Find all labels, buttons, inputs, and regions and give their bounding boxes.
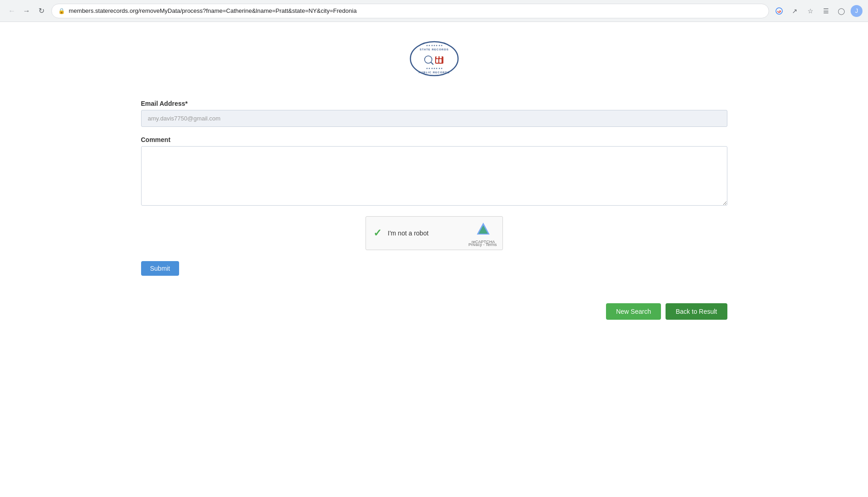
lock-icon: 🔒 [58, 8, 65, 14]
window-toggle-icon[interactable]: ◯ [835, 5, 848, 17]
recaptcha-privacy-link[interactable]: Privacy [469, 242, 482, 247]
profile-avatar[interactable]: J [851, 5, 863, 17]
svg-point-7 [436, 56, 438, 59]
back-to-result-button[interactable]: Back to Result [666, 303, 727, 320]
bottom-actions: New Search Back to Result [141, 303, 727, 320]
recaptcha-logo-icon [476, 222, 491, 239]
reload-button[interactable]: ↻ [35, 5, 48, 17]
comment-field-group: Comment [141, 136, 727, 207]
recaptcha-label: I'm not a robot [388, 229, 429, 237]
logo-container: ★ ★ ★ ★ ★ ★ ★ STATE RECORDS ★ ★ ★ ★ ★ ★ … [27, 40, 841, 77]
svg-rect-9 [436, 59, 438, 63]
forward-button[interactable]: → [20, 5, 33, 17]
svg-rect-10 [439, 59, 442, 63]
submit-button[interactable]: Submit [141, 261, 180, 276]
svg-point-1 [410, 42, 458, 76]
page-content: ★ ★ ★ ★ ★ ★ ★ STATE RECORDS ★ ★ ★ ★ ★ ★ … [0, 22, 868, 497]
nav-buttons: ← → ↻ [5, 5, 48, 17]
form-section: Email Address* Comment ✓ I'm not a robot [141, 100, 727, 320]
recaptcha-container: ✓ I'm not a robot reCAPTCHA Privacy - [141, 216, 727, 250]
svg-point-8 [439, 56, 442, 59]
recaptcha-box[interactable]: ✓ I'm not a robot reCAPTCHA Privacy - [366, 216, 503, 250]
new-search-button[interactable]: New Search [606, 303, 661, 320]
recaptcha-logo-area: reCAPTCHA [471, 222, 495, 245]
email-label: Email Address* [141, 100, 727, 107]
svg-text:STATE RECORDS: STATE RECORDS [420, 48, 448, 51]
recaptcha-check-icon: ✓ [373, 227, 382, 239]
google-icon[interactable] [773, 5, 786, 17]
back-button[interactable]: ← [5, 5, 18, 17]
recaptcha-links: Privacy - Terms [469, 242, 497, 247]
browser-actions: ↗ ☆ ☰ ◯ J [773, 5, 863, 17]
svg-text:★ ★ ★ ★ ★ ★ ★: ★ ★ ★ ★ ★ ★ ★ [426, 67, 442, 70]
required-indicator: * [185, 100, 187, 107]
email-field-group: Email Address* [141, 100, 727, 136]
recaptcha-checkbox-area: ✓ I'm not a robot [373, 227, 465, 239]
site-logo: ★ ★ ★ ★ ★ ★ ★ STATE RECORDS ★ ★ ★ ★ ★ ★ … [409, 40, 459, 77]
address-bar[interactable]: 🔒 members.staterecords.org/removeMyData/… [51, 4, 769, 18]
extensions-icon[interactable]: ☰ [819, 5, 832, 17]
comment-label: Comment [141, 136, 727, 143]
url-text: members.staterecords.org/removeMyData/pr… [69, 7, 762, 14]
browser-chrome: ← → ↻ 🔒 members.staterecords.org/removeM… [0, 0, 868, 22]
comment-textarea[interactable] [141, 146, 727, 206]
share-icon[interactable]: ↗ [788, 5, 801, 17]
email-input[interactable] [141, 110, 727, 127]
bookmark-icon[interactable]: ☆ [804, 5, 817, 17]
recaptcha-terms-link[interactable]: Terms [486, 242, 497, 247]
svg-text:PUBLIC RECORDS: PUBLIC RECORDS [418, 71, 449, 74]
svg-text:★ ★ ★ ★ ★ ★ ★: ★ ★ ★ ★ ★ ★ ★ [426, 44, 442, 47]
